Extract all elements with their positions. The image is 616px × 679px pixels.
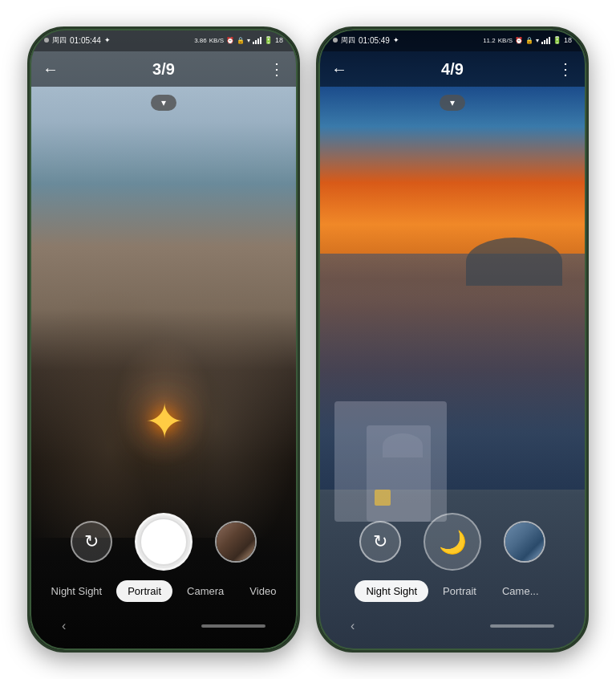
mode-tabs-2: Night Sight Portrait Came... — [355, 580, 549, 602]
status-weekday-1: 周四 — [52, 35, 67, 46]
lock-icon-2: 🔒 — [525, 37, 533, 44]
wifi-icon-2: ▾ — [536, 37, 539, 44]
status-weekday-2: 周四 — [341, 35, 355, 46]
phone-1: 周四 01:05:44 ✦ 3.86 KB/S ⏰ 🔒 ▾ 🔋 18 — [27, 26, 300, 653]
bottom-controls-2: ↻ 🌙 Night Sight Portrait Came... — [318, 513, 586, 602]
shutter-button-1[interactable] — [135, 513, 192, 571]
status-time-1: 01:05:44 — [70, 36, 101, 45]
thumbnail-button-1[interactable] — [215, 521, 257, 563]
mode-portrait-2[interactable]: Portrait — [432, 580, 488, 602]
signal-2 — [541, 36, 550, 44]
thumbnail-inner-2 — [505, 522, 544, 561]
dropdown-chevron-2[interactable] — [440, 95, 465, 111]
night-sight-button-2[interactable]: 🌙 — [424, 513, 481, 571]
bottom-controls-1: ↻ Night Sight Portrait Camera Video — [30, 513, 298, 602]
status-dot-1 — [44, 38, 49, 43]
status-right-1: 3.86 KB/S ⏰ 🔒 ▾ 🔋 18 — [194, 36, 283, 44]
status-left-2: 周四 01:05:49 ✦ — [333, 35, 399, 46]
shutter-inner-1 — [140, 518, 188, 566]
sparkle-effect — [144, 393, 241, 490]
bottom-nav-1: ‹ — [30, 610, 298, 642]
phones-container: 周四 01:05:44 ✦ 3.86 KB/S ⏰ 🔒 ▾ 🔋 18 — [27, 26, 589, 653]
status-dot-2 — [333, 38, 338, 43]
status-right-2: 11.2 KB/S ⏰ 🔒 ▾ 🔋 18 — [483, 36, 572, 44]
nav-chevron-1[interactable]: ‹ — [62, 619, 66, 633]
camera-buttons-1: ↻ — [71, 513, 257, 571]
more-button-1[interactable]: ⋮ — [269, 59, 285, 79]
rotate-icon-2: ↻ — [373, 531, 387, 552]
moon-icon-2: 🌙 — [439, 529, 467, 555]
speed-1: 3.86 — [194, 37, 207, 44]
lock-icon-1: 🔒 — [237, 37, 245, 44]
star-icon-2: ✦ — [393, 36, 399, 44]
dropdown-chevron-1[interactable] — [151, 95, 176, 111]
battery-num-2: 18 — [564, 36, 572, 44]
nav-bar-2: ← 4/9 ⋮ — [318, 51, 586, 87]
mode-night-sight-2[interactable]: Night Sight — [355, 580, 428, 602]
bottom-nav-2: ‹ — [318, 610, 586, 642]
status-left-1: 周四 01:05:44 ✦ — [44, 35, 111, 46]
speed-unit-1: KB/S — [209, 37, 224, 44]
speed-2: 11.2 — [483, 37, 496, 44]
battery-icon-1: 🔋 — [264, 36, 273, 44]
back-button-1[interactable]: ← — [43, 60, 59, 79]
nav-title-2: 4/9 — [441, 60, 464, 79]
battery-num-1: 18 — [275, 36, 283, 44]
rotate-button-2[interactable]: ↻ — [359, 521, 401, 563]
thumbnail-inner-1 — [217, 522, 255, 561]
home-indicator-1 — [201, 624, 265, 628]
status-bar-2: 周四 01:05:49 ✦ 11.2 KB/S ⏰ 🔒 ▾ 🔋 18 — [318, 29, 586, 51]
mode-night-sight-1[interactable]: Night Sight — [40, 580, 114, 602]
clock-icon-2: ⏰ — [515, 37, 523, 44]
signal-1 — [253, 36, 261, 44]
status-bar-1: 周四 01:05:44 ✦ 3.86 KB/S ⏰ 🔒 ▾ 🔋 18 — [30, 29, 298, 51]
mode-portrait-1[interactable]: Portrait — [116, 580, 172, 602]
wifi-icon-1: ▾ — [247, 37, 250, 44]
mode-camera-2[interactable]: Came... — [491, 580, 550, 602]
mode-video-1[interactable]: Video — [238, 580, 287, 602]
speed-unit-2: KB/S — [498, 37, 513, 44]
home-indicator-2 — [490, 624, 554, 628]
nav-title-1: 3/9 — [152, 60, 175, 79]
thumbnail-button-2[interactable] — [504, 521, 545, 563]
more-button-2[interactable]: ⋮ — [557, 59, 573, 79]
rotate-button-1[interactable]: ↻ — [71, 521, 112, 563]
rotate-icon-1: ↻ — [84, 531, 99, 552]
mode-camera-1[interactable]: Camera — [176, 580, 235, 602]
status-time-2: 01:05:49 — [359, 36, 390, 45]
phone-2: 周四 01:05:49 ✦ 11.2 KB/S ⏰ 🔒 ▾ 🔋 18 — [316, 26, 589, 653]
nav-bar-1: ← 3/9 ⋮ — [30, 51, 298, 87]
camera-buttons-2: ↻ 🌙 — [359, 513, 545, 571]
star-icon-1: ✦ — [104, 36, 111, 44]
back-button-2[interactable]: ← — [331, 60, 347, 79]
nav-chevron-2[interactable]: ‹ — [351, 619, 355, 633]
battery-icon-2: 🔋 — [553, 36, 561, 44]
clock-icon-1: ⏰ — [226, 37, 234, 44]
mode-tabs-1: Night Sight Portrait Camera Video — [40, 580, 288, 602]
